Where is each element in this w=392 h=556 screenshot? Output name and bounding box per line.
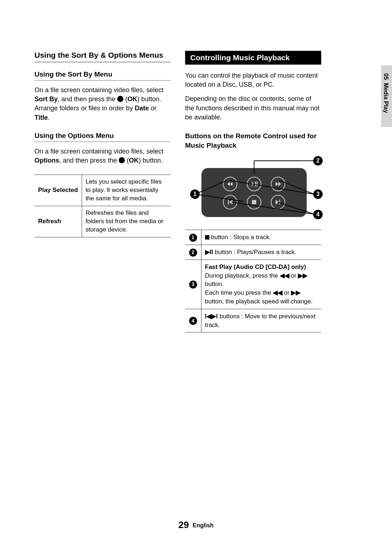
row-desc: Fast Play (Audio CD [CD-DA] only) During…: [201, 259, 321, 309]
svg-line-7: [232, 202, 314, 214]
option-desc: Refreshes the files and folders list fro…: [82, 206, 171, 237]
text: or: [149, 105, 156, 112]
sortby-para: On a file screen containing video files,…: [34, 86, 171, 122]
text: On a file screen containing video files,…: [34, 86, 163, 94]
text: or: [282, 289, 291, 296]
text: Each time you press the: [205, 289, 273, 296]
bold-text: Fast Play (Audio CD [CD-DA] only): [205, 263, 318, 271]
sortby-heading: Using the Sort By Menu: [34, 70, 171, 81]
section-heading-bar: Controlling Music Playback: [185, 51, 321, 65]
option-label: Refresh: [34, 206, 82, 237]
ok-icon: [119, 157, 125, 163]
callout-lines: [185, 158, 323, 230]
button-table: 1 button : Stops a track. 2 ▶II button :…: [185, 230, 321, 332]
page-footer: 29 English: [0, 519, 392, 531]
row-desc: I◀▶I buttons : Move to the previous/next…: [201, 309, 321, 332]
text: button : Stops a track.: [209, 234, 271, 241]
bold-text: OK: [129, 157, 139, 164]
text: button, the playback speed will change.: [205, 298, 313, 305]
row-desc: button : Stops a track.: [201, 230, 321, 245]
row-number: 4: [189, 317, 197, 325]
table-row: Refresh Refreshes the files and folders …: [34, 206, 171, 237]
text: (: [123, 95, 127, 103]
table-row: 2 ▶II button : Plays/Pauses a track.: [185, 245, 321, 260]
options-heading: Using the Options Menu: [34, 132, 171, 142]
left-column: Using the Sort By & Options Menus Using …: [34, 51, 171, 332]
options-table: Play Selected Lets you select specific f…: [34, 175, 171, 237]
intro-para: Depending on the disc or contents, some …: [185, 94, 321, 122]
text: .: [48, 114, 50, 121]
text: On a file screen containing video files,…: [34, 148, 163, 155]
text: ) button.: [139, 157, 163, 164]
rewind-icon: ◀◀: [280, 272, 289, 279]
bold-text: OK: [127, 95, 137, 103]
text: , and then press the: [58, 95, 117, 103]
bold-text: Date: [135, 105, 149, 112]
page-number: 29: [178, 519, 189, 530]
footer-lang: English: [193, 522, 214, 528]
text: button : Plays/Pauses a track.: [213, 249, 297, 255]
row-number: 1: [189, 234, 197, 242]
text: button.: [205, 281, 224, 287]
row-number: 2: [189, 249, 197, 257]
ok-icon: [117, 96, 123, 102]
table-row: 1 button : Stops a track.: [185, 230, 321, 245]
bold-text: Sort By: [34, 95, 58, 103]
chapter-number: 05: [383, 73, 389, 80]
right-column: Controlling Music Playback You can contr…: [185, 51, 321, 332]
fast-forward-icon: ▶▶: [298, 272, 307, 279]
table-row: 4 I◀▶I buttons : Move to the previous/ne…: [185, 309, 321, 332]
stop-icon: [205, 235, 209, 240]
play-pause-icon: ▶II: [205, 249, 213, 255]
row-desc: ▶II button : Plays/Pauses a track.: [201, 245, 321, 260]
options-para: On a file screen containing video files,…: [34, 147, 171, 165]
rewind-icon: ◀◀: [273, 289, 282, 296]
svg-line-5: [229, 180, 314, 194]
fast-forward-icon: ▶▶: [291, 289, 301, 296]
bold-text: Options: [34, 157, 59, 164]
svg-line-2: [195, 180, 227, 194]
section-heading: Using the Sort By & Options Menus: [34, 51, 171, 62]
table-row: 3 Fast Play (Audio CD [CD-DA] only) Duri…: [185, 259, 321, 309]
row-number: 3: [189, 281, 197, 289]
table-row: Play Selected Lets you select specific f…: [34, 175, 171, 206]
remote-sub-heading: Buttons on the Remote Control used for M…: [185, 131, 321, 150]
intro-para: You can control the playback of music co…: [185, 71, 321, 89]
text: During playback, press the: [205, 272, 280, 279]
svg-line-6: [278, 202, 314, 214]
option-desc: Lets you select specific files to play. …: [82, 175, 171, 206]
text: (: [125, 157, 129, 164]
side-tab: 05 Media Play: [381, 65, 392, 127]
option-label: Play Selected: [34, 175, 82, 206]
prev-next-icon: I◀▶I: [205, 313, 220, 320]
text: buttons : Move to the previous/next trac…: [205, 313, 316, 328]
remote-diagram: 1 2 3 4: [185, 158, 321, 223]
svg-line-3: [195, 194, 243, 201]
svg-line-4: [279, 180, 314, 194]
text: , and then press the: [59, 157, 119, 164]
text: or: [289, 272, 298, 279]
bold-text: Title: [34, 114, 48, 121]
chapter-title: Media Play: [383, 83, 389, 113]
